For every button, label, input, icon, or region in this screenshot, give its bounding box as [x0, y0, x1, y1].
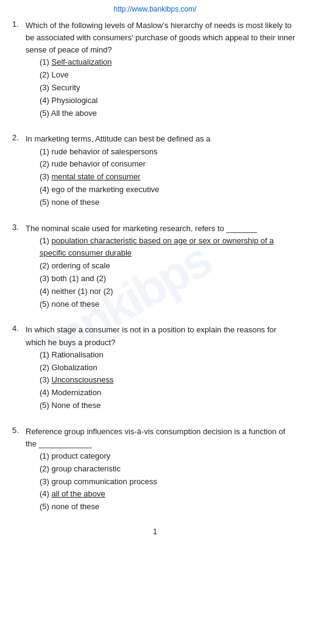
question-2-row: 2.In marketing terms, Attitude can best …: [12, 133, 298, 145]
question-5-option-5: (5) none of these: [40, 501, 298, 513]
option-text: neither (1) nor (2): [52, 287, 113, 296]
question-2-option-3: (3) mental state of consumer: [40, 171, 298, 184]
option-label: (2): [40, 363, 52, 372]
question-1-options: (1) Self-actualization(2) Love(3) Securi…: [12, 56, 298, 120]
question-2-option-1: (1) rude behavior of salespersons: [40, 146, 298, 159]
option-text: Security: [52, 83, 80, 92]
page-content: http://www.bankibps.com/ 1.Which of the …: [0, 0, 310, 554]
question-1: 1.Which of the following levels of Maslo…: [12, 20, 298, 120]
question-4-number: 4.: [12, 324, 26, 333]
question-3-options: (1) population characteristic based on a…: [12, 235, 298, 311]
option-label: (2): [40, 261, 52, 270]
option-label: (1): [40, 57, 52, 66]
questions-container: 1.Which of the following levels of Maslo…: [12, 20, 298, 513]
option-label: (3): [40, 375, 52, 384]
page-number: 1: [12, 527, 298, 536]
option-text: both (1) and (2): [52, 274, 107, 283]
question-4-text: In which stage a consumer is not in a po…: [26, 324, 298, 348]
option-label: (2): [40, 70, 52, 79]
option-text: All the above: [51, 109, 97, 118]
question-2-number: 2.: [12, 133, 26, 142]
question-4-option-5: (5) None of these: [40, 399, 298, 412]
option-text: none of these: [52, 299, 100, 309]
option-label: (3): [40, 274, 52, 283]
option-text: ego of the marketing executive: [52, 185, 160, 194]
option-text: Unconsciousness: [52, 375, 114, 384]
option-label: (1): [40, 350, 52, 359]
option-label: (3): [40, 83, 52, 92]
option-text: Globalization: [52, 363, 97, 372]
question-3: 3.The nominal scale used for marketing r…: [12, 223, 298, 311]
question-4-option-2: (2) Globalization: [40, 362, 298, 374]
option-label: (1): [40, 147, 52, 156]
option-label: (4): [40, 287, 52, 296]
option-text: rude behavior of salespersons: [52, 147, 158, 156]
option-label: (5): [40, 502, 52, 511]
option-text: none of these: [52, 198, 100, 207]
question-1-row: 1.Which of the following levels of Maslo…: [12, 20, 298, 56]
question-2-option-5: (5) none of these: [40, 196, 298, 209]
question-2-option-2: (2) rude behavior of consumer: [40, 158, 298, 171]
option-text: mental state of consumer: [52, 172, 141, 181]
question-4: 4.In which stage a consumer is not in a …: [12, 324, 298, 412]
site-url: http://www.bankibps.com/: [12, 5, 298, 13]
question-5-option-4: (4) all of the above: [40, 488, 298, 501]
question-5-options: (1) product category(2) group characteri…: [12, 450, 298, 513]
option-text: Self-actualization: [52, 57, 112, 66]
question-3-option-4: (4) neither (1) nor (2): [40, 285, 298, 298]
question-5-option-1: (1) product category: [40, 450, 298, 463]
option-text: Physiological: [52, 96, 98, 105]
option-text: Love: [52, 70, 69, 79]
question-3-option-1: (1) population characteristic based on a…: [40, 235, 298, 260]
option-text: group communication process: [52, 477, 157, 486]
option-label: (2): [40, 464, 52, 473]
question-1-option-3: (3) Security: [40, 82, 298, 95]
option-label: (4): [40, 96, 52, 105]
question-1-text: Which of the following levels of Maslow'…: [26, 20, 298, 56]
option-text: group characteristic: [52, 464, 121, 473]
question-4-option-4: (4) Modernization: [40, 387, 298, 399]
question-1-option-4: (4) Physiological: [40, 95, 298, 107]
question-1-option-5: (5) All the above: [40, 107, 298, 120]
question-1-option-1: (1) Self-actualization: [40, 56, 298, 69]
option-text: None of these: [52, 401, 101, 410]
question-5-row: 5.Reference group influences vis-à-vis c…: [12, 426, 298, 450]
option-text: rude behavior of consumer: [52, 159, 146, 168]
question-3-option-5: (5) none of these: [40, 298, 298, 311]
question-4-row: 4.In which stage a consumer is not in a …: [12, 324, 298, 348]
option-label: (5): [40, 401, 52, 410]
option-label: (4): [40, 388, 52, 397]
option-text: Rationalisation: [52, 350, 104, 359]
option-label: (5): [40, 299, 52, 309]
question-3-text: The nominal scale used for marketing res…: [26, 223, 298, 235]
question-2-option-4: (4) ego of the marketing executive: [40, 184, 298, 196]
question-4-option-1: (1) Rationalisation: [40, 349, 298, 362]
question-2-options: (1) rude behavior of salespersons(2) rud…: [12, 146, 298, 209]
question-1-option-2: (2) Love: [40, 69, 298, 82]
option-text: population characteristic based on age o…: [40, 236, 273, 258]
option-label: (1): [40, 451, 52, 460]
question-5-option-3: (3) group communication process: [40, 476, 298, 488]
question-1-number: 1.: [12, 20, 26, 29]
option-text: ordering of scale: [52, 261, 110, 270]
option-label: (3): [40, 172, 52, 181]
question-4-option-3: (3) Unconsciousness: [40, 374, 298, 387]
question-2: 2.In marketing terms, Attitude can best …: [12, 133, 298, 209]
option-label: (2): [40, 159, 52, 168]
question-3-row: 3.The nominal scale used for marketing r…: [12, 223, 298, 235]
option-label: (3): [40, 477, 52, 486]
question-3-option-3: (3) both (1) and (2): [40, 273, 298, 285]
question-5-option-2: (2) group characteristic: [40, 463, 298, 476]
question-2-text: In marketing terms, Attitude can best be…: [26, 133, 298, 145]
question-3-number: 3.: [12, 223, 26, 232]
option-text: all of the above: [52, 489, 105, 498]
option-label: (5): [40, 109, 51, 118]
option-label: (1): [40, 236, 52, 245]
option-label: (5): [40, 198, 52, 207]
question-5-text: Reference group influences vis-à-vis con…: [26, 426, 298, 450]
question-5: 5.Reference group influences vis-à-vis c…: [12, 426, 298, 513]
option-label: (4): [40, 185, 52, 194]
option-text: Modernization: [52, 388, 102, 397]
question-5-number: 5.: [12, 426, 26, 435]
option-text: none of these: [52, 502, 100, 511]
